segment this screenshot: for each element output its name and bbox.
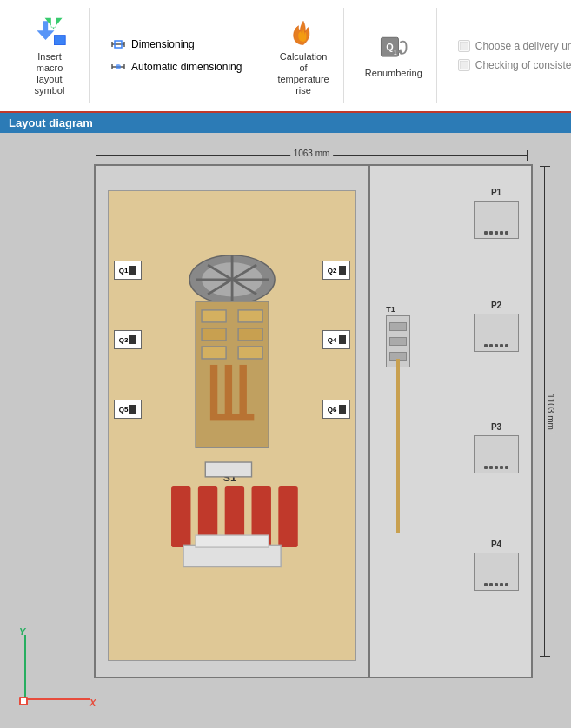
- svg-rect-42: [205, 462, 251, 477]
- auto-dim-icon: [110, 59, 126, 75]
- calc-temp-label: Calculation of temperature rise: [277, 51, 329, 97]
- layout-header: Layout diagram: [0, 113, 571, 133]
- component-t1: T1: [386, 305, 410, 367]
- svg-rect-38: [278, 486, 297, 547]
- panel-p3: P3: [474, 435, 519, 473]
- dimensioning-rows: Dimensioning Automatic dimensioning: [105, 34, 247, 77]
- check-consistency-label: Checking of consistency: [475, 59, 571, 71]
- check-consistency-icon: [458, 59, 470, 71]
- choose-delivery-button[interactable]: Choose a delivery unit: [453, 37, 571, 55]
- svg-rect-30: [210, 365, 217, 414]
- renumber-label: Renumbering: [365, 68, 422, 79]
- dimensioning-label: Dimensioning: [131, 38, 195, 50]
- component-q6: Q6: [322, 400, 350, 419]
- svg-rect-34: [171, 486, 190, 547]
- component-q4: Q4: [322, 330, 350, 349]
- svg-rect-16: [460, 61, 468, 69]
- insert-macro-icon: [32, 15, 67, 50]
- svg-rect-15: [460, 42, 468, 50]
- svg-point-10: [116, 64, 121, 69]
- svg-rect-29: [238, 347, 262, 359]
- insert-macro-button[interactable]: Insert macro layout symbol: [19, 11, 80, 101]
- svg-text:Q: Q: [386, 42, 394, 52]
- dimensioning-group: Dimensioning Automatic dimensioning: [96, 8, 256, 103]
- component-q2: Q2: [322, 261, 350, 280]
- dimensioning-icon: [110, 36, 126, 52]
- toolbar: Insert macro layout symbol Dimensioning: [0, 0, 571, 113]
- inner-panel: S1 Q1 Q2 Q3: [108, 190, 356, 661]
- svg-rect-25: [238, 310, 262, 322]
- svg-rect-31: [225, 365, 232, 414]
- dimensioning-button[interactable]: Dimensioning: [105, 34, 247, 55]
- dim-top-label: 1063 mm: [290, 149, 334, 158]
- choose-delivery-icon: [458, 40, 470, 52]
- x-axis-label: X: [90, 698, 96, 708]
- renumber-icon: Q 1: [376, 31, 411, 66]
- cabinet-left-section: S1 Q1 Q2 Q3: [96, 166, 370, 677]
- calc-temp-group: Calculation of temperature rise: [263, 8, 343, 103]
- auto-dimensioning-button[interactable]: Automatic dimensioning: [105, 56, 247, 77]
- svg-rect-24: [202, 310, 226, 322]
- renumber-button[interactable]: Q 1 Renumbering: [360, 28, 428, 83]
- transformer-svg: S1: [135, 195, 329, 656]
- auto-dim-label: Automatic dimensioning: [131, 61, 242, 73]
- cabinet-outer: JN208B JN11004SM: [94, 164, 533, 678]
- y-axis: [24, 635, 26, 700]
- svg-rect-28: [202, 347, 226, 359]
- svg-rect-2: [54, 35, 65, 44]
- component-q3: Q3: [114, 330, 142, 349]
- delivery-rows: Choose a delivery unit Checking of consi…: [453, 37, 571, 74]
- svg-rect-39: [183, 545, 281, 566]
- calc-temp-icon: [286, 15, 321, 50]
- svg-marker-0: [37, 21, 54, 40]
- delivery-consistency-group: Choose a delivery unit Checking of consi…: [444, 8, 571, 103]
- svg-rect-33: [210, 414, 254, 420]
- renumber-group: Q 1 Renumbering: [351, 8, 437, 103]
- choose-delivery-label: Choose a delivery unit: [475, 40, 571, 52]
- dim-line-top: 1063 mm: [96, 149, 528, 162]
- layout-title: Layout diagram: [9, 116, 93, 129]
- svg-text:1: 1: [394, 50, 397, 57]
- component-q5: Q5: [114, 400, 142, 419]
- panel-p2: P2: [474, 314, 519, 352]
- dim-line-right: 1103 mm: [538, 166, 552, 657]
- svg-rect-27: [238, 328, 262, 341]
- insert-macro-group: Insert macro layout symbol: [10, 8, 90, 103]
- svg-rect-26: [202, 328, 226, 341]
- svg-rect-40: [196, 535, 269, 547]
- layout-area[interactable]: X Y 1063 mm 1103 mm JN208B JN11004SM: [0, 133, 571, 728]
- panel-p1: P1: [474, 201, 519, 239]
- cabinet-right-section: T1 P1: [370, 166, 531, 677]
- component-q1: Q1: [114, 261, 142, 280]
- dim-right-label: 1103 mm: [546, 390, 555, 433]
- origin-dot: [19, 697, 28, 705]
- x-axis: [24, 698, 90, 700]
- check-consistency-button[interactable]: Checking of consistency: [453, 56, 571, 74]
- calc-temp-button[interactable]: Calculation of temperature rise: [272, 11, 334, 101]
- svg-rect-32: [240, 365, 247, 414]
- y-axis-label: Y: [19, 626, 25, 637]
- panel-p4: P4: [474, 553, 519, 591]
- insert-macro-label: Insert macro layout symbol: [24, 51, 75, 97]
